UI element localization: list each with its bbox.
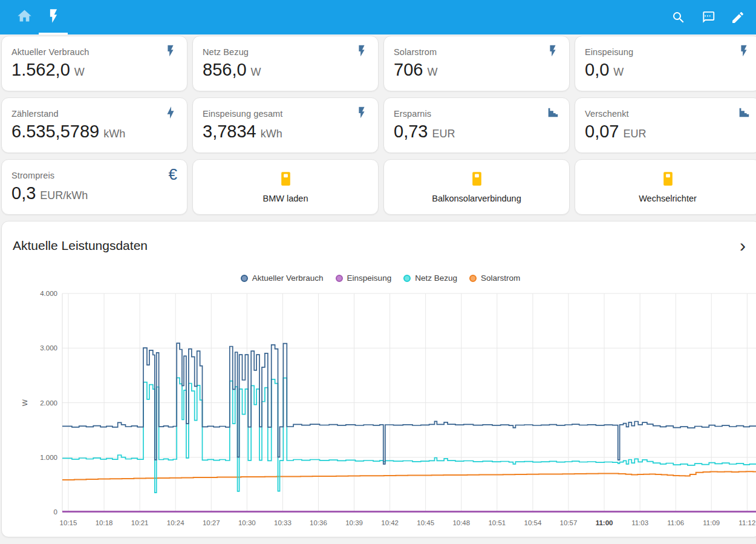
switch-label: Balkonsolarverbindung [432, 194, 521, 203]
legend-item-aktueller-verbrauch[interactable]: Aktueller Verbrauch [241, 274, 324, 283]
chart-title: Aktuelle Leistungsdaten [13, 238, 148, 253]
legend-dot [241, 275, 248, 282]
switch-card-wechselrichter[interactable]: Wechselrichter [575, 159, 756, 215]
legend-label: Solarstrom [481, 274, 520, 283]
lightning-bolt-icon [164, 106, 177, 119]
card-label: Strompreis [11, 168, 54, 180]
svg-text:11:03: 11:03 [631, 519, 648, 526]
card-unit: EUR [432, 128, 455, 140]
dashboard-grid: Aktueller Verbrauch 1.562,0 W Netz Bezug… [0, 34, 756, 537]
card-unit: W [613, 66, 624, 79]
flash-icon [355, 106, 368, 119]
legend-item-einspeisung[interactable]: Einspeisung [336, 274, 392, 283]
card-value: 706 [394, 60, 423, 80]
sensor-card-einspeisung-gesamt[interactable]: Einspeisung gesamt 3,7834 kWh [192, 97, 379, 153]
page-bottom-gap [0, 537, 756, 544]
card-unit: kWh [103, 128, 125, 140]
legend-label: Einspeisung [347, 274, 392, 283]
app-header [0, 0, 756, 34]
switch-card-bmw-laden[interactable]: BMW laden [192, 159, 379, 215]
svg-text:10:33: 10:33 [274, 519, 292, 526]
currency-eur-icon: € [169, 168, 177, 181]
legend-item-solarstrom[interactable]: Solarstrom [469, 274, 520, 283]
search-button[interactable] [671, 10, 686, 25]
edit-dashboard-button[interactable] [731, 10, 745, 25]
legend-item-netz-bezug[interactable]: Netz Bezug [403, 274, 457, 283]
svg-text:10:42: 10:42 [381, 519, 399, 526]
svg-text:10:18: 10:18 [96, 519, 113, 526]
pencil-icon [731, 16, 745, 27]
svg-text:10:48: 10:48 [452, 519, 470, 526]
svg-text:11:06: 11:06 [667, 519, 684, 526]
card-value: 856,0 [203, 60, 247, 80]
card-unit: kWh [261, 128, 282, 140]
sensor-card-aktueller-verbrauch[interactable]: Aktueller Verbrauch 1.562,0 W [1, 36, 187, 91]
svg-text:10:51: 10:51 [488, 519, 506, 526]
switch-label: Wechselrichter [639, 194, 697, 203]
card-unit: W [74, 66, 85, 79]
tab-energy[interactable] [39, 0, 68, 34]
svg-text:11:12: 11:12 [738, 519, 755, 526]
card-label: Einspeisung [585, 44, 633, 57]
chat-bubble-icon [701, 16, 715, 27]
svg-text:10:27: 10:27 [203, 519, 220, 526]
search-icon [671, 16, 686, 27]
finance-icon [546, 106, 559, 119]
legend-dot [403, 275, 411, 282]
home-icon [16, 8, 33, 27]
svg-text:10:21: 10:21 [131, 519, 149, 526]
svg-text:3.000: 3.000 [40, 344, 57, 352]
svg-text:10:57: 10:57 [560, 519, 578, 526]
card-label: Aktueller Verbrauch [11, 44, 89, 57]
finance-icon [737, 106, 751, 119]
card-value: 1.562,0 [11, 60, 70, 80]
sensor-card-strompreis[interactable]: Strompreis € 0,3 EUR/kWh [1, 159, 187, 215]
flash-icon [737, 44, 751, 57]
flash-icon [45, 8, 62, 27]
svg-text:4.000: 4.000 [40, 290, 57, 297]
card-label: Verschenkt [585, 106, 629, 119]
svg-text:10:45: 10:45 [417, 519, 434, 526]
chevron-right-icon[interactable]: › [737, 239, 748, 252]
card-label: Ersparnis [394, 106, 431, 119]
sensor-card-einspeisung[interactable]: Einspeisung 0,0 W [575, 36, 756, 91]
card-label: Einspeisung gesamt [203, 106, 282, 119]
card-label: Zählerstand [11, 106, 59, 119]
legend-dot [336, 275, 343, 282]
svg-text:11:09: 11:09 [703, 519, 720, 526]
svg-text:10:36: 10:36 [310, 519, 327, 526]
svg-text:0: 0 [54, 508, 57, 516]
svg-text:10:30: 10:30 [238, 519, 256, 526]
flash-icon [355, 44, 368, 57]
svg-text:2.000: 2.000 [40, 399, 57, 407]
card-unit: EUR/kWh [40, 189, 88, 202]
card-value: 0,73 [394, 122, 428, 142]
card-label: Solarstrom [394, 44, 437, 57]
svg-text:10:54: 10:54 [524, 519, 542, 526]
sensor-card-verschenkt[interactable]: Verschenkt 0,07 EUR [575, 97, 756, 153]
light-switch-icon [660, 171, 676, 189]
assist-button[interactable] [701, 10, 715, 25]
card-value: 0,3 [11, 183, 36, 203]
card-label: Netz Bezug [203, 44, 249, 57]
card-value: 6.535,5789 [11, 122, 99, 142]
legend-dot [469, 275, 477, 282]
card-value: 0,0 [585, 60, 609, 80]
switch-card-balkonsolarverbindung[interactable]: Balkonsolarverbindung [383, 159, 570, 215]
sensor-card-ersparnis[interactable]: Ersparnis 0,73 EUR [383, 97, 570, 153]
chart-legend: Aktueller Verbrauch Einspeisung Netz Bez… [13, 274, 748, 283]
card-unit: W [427, 66, 437, 79]
sensor-card-netz-bezug[interactable]: Netz Bezug 856,0 W [192, 36, 379, 91]
svg-text:10:15: 10:15 [60, 519, 77, 526]
card-unit: W [251, 66, 261, 79]
flash-icon [164, 44, 177, 57]
tab-home[interactable] [10, 0, 39, 34]
active-tab-indicator [39, 33, 68, 34]
sensor-card-zaehlerstand[interactable]: Zählerstand 6.535,5789 kWh [1, 97, 187, 153]
flash-icon [546, 44, 559, 57]
svg-text:10:24: 10:24 [167, 519, 184, 526]
power-history-chart[interactable]: 01.0002.0003.0004.00010:1510:1810:2110:2… [13, 285, 748, 537]
sensor-card-solarstrom[interactable]: Solarstrom 706 W [383, 36, 570, 91]
svg-text:10:39: 10:39 [345, 519, 363, 526]
legend-label: Netz Bezug [415, 274, 457, 283]
